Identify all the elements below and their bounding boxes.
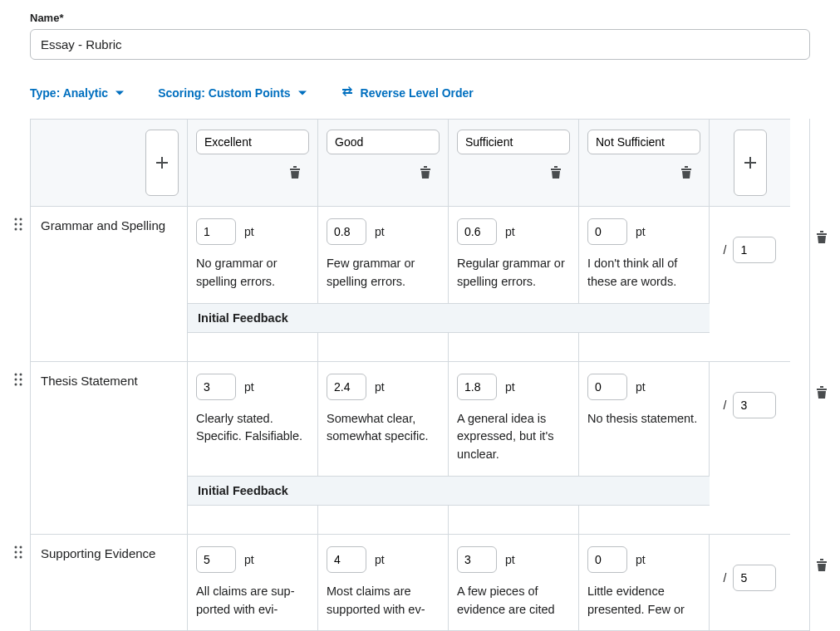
type-dropdown[interactable]: Type: Analytic [30,85,125,100]
delete-criterion-button[interactable] [813,227,831,250]
level-cell: ptA general idea is expressed, but it's … [449,361,579,476]
level-description[interactable]: Somewhat clear, somewhat specific. [327,410,440,447]
level-description[interactable]: All claims are sup­ported with evi- [196,583,309,619]
points-input[interactable] [196,218,236,245]
points-unit: pt [636,225,646,238]
chevron-down-icon [297,88,307,98]
points-input[interactable] [587,546,627,573]
level-description[interactable]: A general idea is expressed, but it's un… [457,410,570,464]
points-input[interactable] [457,374,497,400]
svg-point-4 [15,228,17,231]
points-input[interactable] [327,546,366,573]
level-description[interactable]: Few grammar or spelling errors. [327,255,440,291]
criterion-name[interactable]: Thesis Statement [31,361,188,534]
level-cell: ptFew grammar or spelling errors. [318,206,449,303]
level-name-input[interactable] [327,130,440,154]
criterion-row: Grammar and SpellingptNo grammar or spel… [31,206,809,361]
level-cell: ptAll claims are sup­ported with evi- [188,534,318,631]
level-description[interactable]: A few pieces of evidence are cited [457,583,570,619]
scoring-dropdown[interactable]: Scoring: Custom Points [158,85,307,100]
drag-handle-icon[interactable] [14,373,22,389]
delete-level-button[interactable] [547,163,565,185]
level-cell: ptI don't think all of these are words. [579,206,710,303]
level-description[interactable]: No thesis state­ment. [587,410,700,428]
criterion-name[interactable]: Grammar and Spelling [31,206,188,361]
initial-feedback-header: Initial Feedback [188,477,710,506]
reverse-order-button[interactable]: Reverse Level Order [341,85,474,100]
points-input[interactable] [587,218,627,245]
level-name-input[interactable] [457,130,570,154]
criterion-row: Supporting EvidenceptAll claims are sup­… [31,534,809,631]
feedback-cell[interactable] [579,506,710,534]
chevron-down-icon [115,88,125,98]
points-unit: pt [375,553,385,566]
points-unit: pt [375,380,385,394]
add-level-left-button[interactable] [145,130,179,196]
points-unit: pt [636,380,646,394]
level-cell: ptNo thesis state­ment. [579,361,710,476]
delete-level-button[interactable] [286,163,304,185]
svg-point-16 [15,555,17,558]
points-input[interactable] [196,374,236,400]
criterion-row: Thesis StatementptClearly stated. Specif… [31,361,809,534]
svg-point-7 [20,373,22,375]
svg-point-5 [20,228,22,231]
feedback-cell[interactable] [188,506,318,534]
level-description[interactable]: I don't think all of these are words. [587,255,700,291]
svg-point-11 [20,383,22,385]
total-slash: / [724,399,727,412]
type-label: Type: Analytic [30,86,108,100]
points-input[interactable] [457,218,497,245]
svg-point-17 [20,555,22,558]
points-input[interactable] [196,546,236,573]
points-unit: pt [244,553,254,566]
points-input[interactable] [327,218,366,245]
svg-point-0 [15,218,17,221]
level-cell: ptNo grammar or spelling errors. [188,206,318,303]
level-cell: ptSomewhat clear, somewhat specific. [318,361,449,476]
rubric-grid: Grammar and SpellingptNo grammar or spel… [30,119,810,631]
criterion-name[interactable]: Supporting Evidence [31,534,188,631]
level-cell: ptLittle evidence presented. Few or [579,534,710,631]
points-unit: pt [505,225,515,238]
add-level-right-button[interactable] [734,130,767,196]
level-cell: ptClearly stated. Specific. Falsifiable. [188,361,318,476]
drag-handle-icon[interactable] [14,218,22,233]
feedback-cell[interactable] [579,333,710,361]
criterion-total-input[interactable] [733,565,776,591]
svg-point-12 [15,545,17,548]
name-input[interactable] [30,29,810,60]
delete-criterion-button[interactable] [813,555,831,578]
criterion-total-input[interactable] [733,392,776,418]
svg-point-10 [15,383,17,385]
feedback-cell[interactable] [318,333,449,361]
points-unit: pt [505,553,515,566]
level-name-input[interactable] [196,130,309,154]
level-description[interactable]: Little evidence presented. Few or [587,583,700,619]
total-slash: / [724,243,727,257]
delete-level-button[interactable] [416,163,435,185]
points-unit: pt [244,380,254,394]
feedback-cell[interactable] [449,333,579,361]
total-slash: / [724,571,727,585]
delete-criterion-button[interactable] [813,383,831,405]
criterion-total-input[interactable] [733,237,776,263]
level-description[interactable]: Clearly stated. Specific. Falsifiable. [196,410,309,447]
drag-handle-icon[interactable] [14,545,22,561]
scoring-label: Scoring: Custom Points [158,86,290,100]
points-input[interactable] [327,374,366,400]
points-unit: pt [244,225,254,238]
points-unit: pt [505,380,515,394]
level-description[interactable]: No grammar or spelling errors. [196,255,309,291]
level-description[interactable]: Most claims are supported with ev- [327,583,440,619]
feedback-cell[interactable] [449,506,579,534]
points-input[interactable] [457,546,497,573]
level-name-input[interactable] [587,130,700,154]
delete-level-button[interactable] [677,163,695,185]
feedback-cell[interactable] [188,333,318,361]
reverse-label: Reverse Level Order [361,86,474,100]
svg-point-13 [20,545,22,548]
feedback-cell[interactable] [318,506,449,534]
level-description[interactable]: Regular grammar or spelling errors. [457,255,570,291]
points-input[interactable] [587,374,627,400]
